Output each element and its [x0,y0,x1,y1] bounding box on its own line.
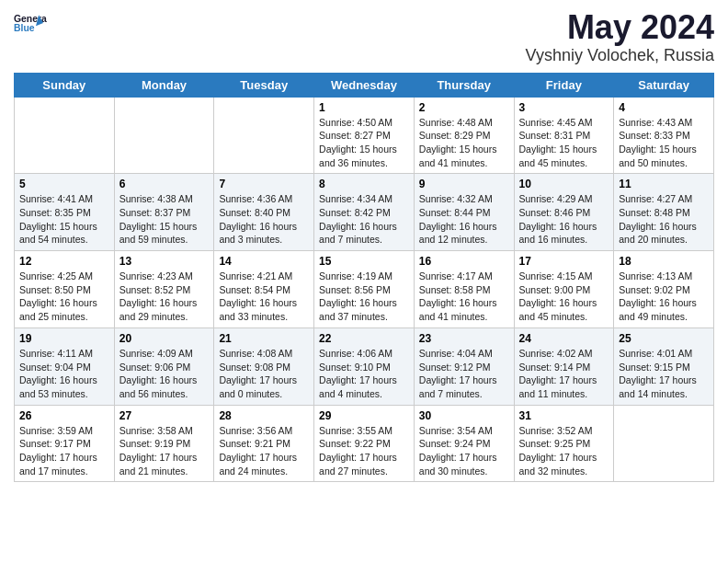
day-info: Sunrise: 4:50 AMSunset: 8:27 PMDaylight:… [319,116,409,170]
calendar-cell: 27Sunrise: 3:58 AMSunset: 9:19 PMDayligh… [114,405,214,482]
day-number: 11 [619,178,709,190]
day-info: Sunrise: 4:11 AMSunset: 9:04 PMDaylight:… [19,347,109,401]
day-number: 2 [419,101,509,114]
page: General Blue May 2024 Vyshniy Volochek, … [0,0,728,563]
day-number: 19 [19,332,109,345]
day-number: 3 [519,101,609,114]
calendar-cell: 4Sunrise: 4:43 AMSunset: 8:33 PMDaylight… [614,97,714,174]
calendar-cell: 3Sunrise: 4:45 AMSunset: 8:31 PMDaylight… [514,97,614,174]
day-number: 23 [419,332,509,345]
day-number: 15 [319,255,409,268]
calendar-cell: 30Sunrise: 3:54 AMSunset: 9:24 PMDayligh… [414,405,514,482]
calendar-cell: 21Sunrise: 4:08 AMSunset: 9:08 PMDayligh… [214,327,314,405]
calendar-cell: 23Sunrise: 4:04 AMSunset: 9:12 PMDayligh… [414,327,514,405]
day-number: 1 [319,101,409,114]
day-info: Sunrise: 4:43 AMSunset: 8:33 PMDaylight:… [619,116,709,170]
day-info: Sunrise: 4:29 AMSunset: 8:46 PMDaylight:… [519,192,609,247]
day-info: Sunrise: 4:04 AMSunset: 9:12 PMDaylight:… [419,347,509,401]
day-number: 24 [519,332,609,345]
day-number: 10 [519,178,609,190]
day-info: Sunrise: 4:17 AMSunset: 8:58 PMDaylight:… [419,270,509,324]
svg-text:Blue: Blue [14,23,35,33]
day-number: 8 [319,178,409,190]
day-info: Sunrise: 4:19 AMSunset: 8:56 PMDaylight:… [319,270,409,324]
calendar-cell: 15Sunrise: 4:19 AMSunset: 8:56 PMDayligh… [314,251,415,328]
calendar-cell: 11Sunrise: 4:27 AMSunset: 8:48 PMDayligh… [614,174,714,251]
week-row-4: 19Sunrise: 4:11 AMSunset: 9:04 PMDayligh… [15,327,714,405]
day-info: Sunrise: 4:06 AMSunset: 9:10 PMDaylight:… [319,347,409,401]
day-number: 5 [19,178,109,190]
day-info: Sunrise: 4:15 AMSunset: 9:00 PMDaylight:… [519,270,609,324]
calendar-cell [114,97,214,174]
calendar-cell: 26Sunrise: 3:59 AMSunset: 9:17 PMDayligh… [15,405,115,482]
day-number: 30 [419,409,509,422]
day-info: Sunrise: 4:01 AMSunset: 9:15 PMDaylight:… [619,347,709,401]
calendar-cell: 22Sunrise: 4:06 AMSunset: 9:10 PMDayligh… [314,327,415,405]
col-friday: Friday [514,73,614,97]
calendar-table: Sunday Monday Tuesday Wednesday Thursday… [14,73,714,483]
logo: General Blue [14,9,47,37]
day-info: Sunrise: 4:48 AMSunset: 8:29 PMDaylight:… [419,116,509,170]
title-block: May 2024 Vyshniy Volochek, Russia [526,9,714,65]
day-number: 28 [219,409,309,422]
calendar-cell: 5Sunrise: 4:41 AMSunset: 8:35 PMDaylight… [15,174,115,251]
week-row-5: 26Sunrise: 3:59 AMSunset: 9:17 PMDayligh… [15,405,714,482]
day-number: 12 [19,255,109,268]
calendar-cell: 29Sunrise: 3:55 AMSunset: 9:22 PMDayligh… [314,405,415,482]
calendar-cell: 25Sunrise: 4:01 AMSunset: 9:15 PMDayligh… [614,327,714,405]
calendar-cell: 14Sunrise: 4:21 AMSunset: 8:54 PMDayligh… [214,251,314,328]
day-number: 17 [519,255,609,268]
day-info: Sunrise: 4:36 AMSunset: 8:40 PMDaylight:… [219,192,309,247]
day-info: Sunrise: 3:55 AMSunset: 9:22 PMDaylight:… [319,424,409,478]
day-info: Sunrise: 4:02 AMSunset: 9:14 PMDaylight:… [519,347,609,401]
calendar-cell [614,405,714,482]
day-info: Sunrise: 3:54 AMSunset: 9:24 PMDaylight:… [419,424,509,478]
calendar-cell: 24Sunrise: 4:02 AMSunset: 9:14 PMDayligh… [514,327,614,405]
calendar-cell [214,97,314,174]
day-number: 4 [619,101,709,114]
week-row-1: 1Sunrise: 4:50 AMSunset: 8:27 PMDaylight… [15,97,714,174]
calendar-subtitle: Vyshniy Volochek, Russia [526,46,714,65]
day-info: Sunrise: 3:56 AMSunset: 9:21 PMDaylight:… [219,424,309,478]
calendar-cell: 20Sunrise: 4:09 AMSunset: 9:06 PMDayligh… [114,327,214,405]
calendar-cell: 10Sunrise: 4:29 AMSunset: 8:46 PMDayligh… [514,174,614,251]
week-row-3: 12Sunrise: 4:25 AMSunset: 8:50 PMDayligh… [15,251,714,328]
header: General Blue May 2024 Vyshniy Volochek, … [14,9,714,65]
day-number: 13 [119,255,210,268]
day-info: Sunrise: 4:09 AMSunset: 9:06 PMDaylight:… [119,347,210,401]
calendar-cell [15,97,115,174]
day-number: 29 [319,409,409,422]
calendar-cell: 16Sunrise: 4:17 AMSunset: 8:58 PMDayligh… [414,251,514,328]
day-info: Sunrise: 4:34 AMSunset: 8:42 PMDaylight:… [319,192,409,247]
calendar-cell: 18Sunrise: 4:13 AMSunset: 9:02 PMDayligh… [614,251,714,328]
day-info: Sunrise: 4:25 AMSunset: 8:50 PMDaylight:… [19,270,109,324]
day-number: 21 [219,332,309,345]
day-info: Sunrise: 4:08 AMSunset: 9:08 PMDaylight:… [219,347,309,401]
day-info: Sunrise: 3:58 AMSunset: 9:19 PMDaylight:… [119,424,210,478]
calendar-cell: 13Sunrise: 4:23 AMSunset: 8:52 PMDayligh… [114,251,214,328]
day-number: 22 [319,332,409,345]
col-sunday: Sunday [15,73,115,97]
calendar-cell: 31Sunrise: 3:52 AMSunset: 9:25 PMDayligh… [514,405,614,482]
calendar-cell: 8Sunrise: 4:34 AMSunset: 8:42 PMDaylight… [314,174,415,251]
calendar-cell: 28Sunrise: 3:56 AMSunset: 9:21 PMDayligh… [214,405,314,482]
day-number: 18 [619,255,709,268]
day-info: Sunrise: 4:23 AMSunset: 8:52 PMDaylight:… [119,270,210,324]
day-info: Sunrise: 3:52 AMSunset: 9:25 PMDaylight:… [519,424,609,478]
day-number: 7 [219,178,309,190]
day-number: 31 [519,409,609,422]
col-thursday: Thursday [414,73,514,97]
day-number: 20 [119,332,210,345]
col-monday: Monday [114,73,214,97]
calendar-title: May 2024 [526,9,714,46]
calendar-cell: 1Sunrise: 4:50 AMSunset: 8:27 PMDaylight… [314,97,415,174]
week-row-2: 5Sunrise: 4:41 AMSunset: 8:35 PMDaylight… [15,174,714,251]
day-info: Sunrise: 4:38 AMSunset: 8:37 PMDaylight:… [119,192,210,247]
logo-svg: General Blue [14,9,47,37]
day-info: Sunrise: 4:21 AMSunset: 8:54 PMDaylight:… [219,270,309,324]
col-saturday: Saturday [614,73,714,97]
calendar-cell: 2Sunrise: 4:48 AMSunset: 8:29 PMDaylight… [414,97,514,174]
day-number: 16 [419,255,509,268]
day-info: Sunrise: 4:41 AMSunset: 8:35 PMDaylight:… [19,192,109,247]
calendar-cell: 12Sunrise: 4:25 AMSunset: 8:50 PMDayligh… [15,251,115,328]
